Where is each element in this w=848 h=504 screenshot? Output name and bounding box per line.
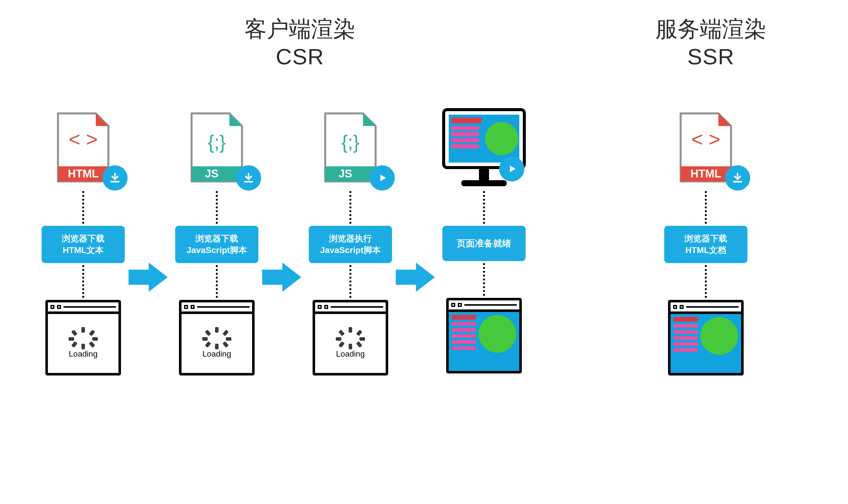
step-box: 浏览器执行 JavaScript脚本 (309, 226, 392, 263)
svg-text:JS: JS (205, 167, 218, 180)
csr-stage-3: {;} JS 浏览器执行 JavaScript脚本 Loading (305, 108, 396, 376)
html-file-icon: < > HTML (671, 108, 741, 189)
step-label-line2: HTML文档 (668, 245, 744, 256)
spinner-icon (335, 328, 366, 348)
step-label-line2: HTML文本 (45, 245, 121, 256)
download-icon (102, 165, 127, 191)
ssr-header-line1: 服务端渲染 (610, 15, 812, 43)
svg-text:< >: < > (691, 128, 721, 150)
spinner-icon (68, 328, 98, 348)
ssr-header-line2: SSR (610, 43, 812, 71)
step-label-line1: 浏览器下载 (179, 233, 255, 245)
browser-loading-icon: Loading (313, 300, 388, 376)
svg-text:HTML: HTML (68, 167, 99, 180)
html-file-icon: < > HTML (48, 108, 119, 189)
browser-loading-icon: Loading (179, 300, 254, 376)
play-icon (370, 165, 395, 191)
connector-dotted (82, 265, 84, 298)
csr-stage-4: 页面准备就绪 (439, 108, 529, 374)
step-box: 浏览器下载 HTML文档 (664, 226, 747, 263)
step-label-line2: JavaScript脚本 (179, 245, 255, 256)
connector-dotted (705, 191, 707, 224)
spinner-icon (202, 328, 232, 348)
connector-dotted (483, 263, 485, 296)
svg-rect-18 (461, 180, 507, 186)
monitor-rendered-icon (449, 108, 519, 189)
svg-text:{;}: {;} (341, 131, 359, 153)
browser-rendered-icon (668, 300, 744, 376)
connector-dotted (349, 265, 351, 298)
arrow-right-icon (128, 259, 169, 295)
connector-dotted (349, 191, 351, 224)
step-label-line1: 页面准备就绪 (446, 237, 522, 250)
browser-loading-icon: Loading (46, 300, 121, 376)
svg-rect-11 (451, 118, 481, 123)
connector-dotted (216, 191, 218, 224)
csr-stage-2: {;} JS 浏览器下载 JavaScript脚本 Loading (172, 108, 262, 376)
svg-text:JS: JS (338, 167, 352, 180)
connector-dotted (216, 265, 218, 298)
download-icon (236, 165, 261, 191)
arrow-right-icon (262, 259, 302, 295)
step-label-line1: 浏览器下载 (668, 233, 744, 245)
js-file-icon: {;} JS (181, 108, 252, 189)
play-icon (499, 156, 524, 181)
connector-dotted (483, 191, 485, 224)
loading-label: Loading (336, 349, 365, 359)
step-label-line1: 浏览器执行 (312, 233, 388, 245)
csr-header-line2: CSR (187, 43, 413, 71)
svg-text:HTML: HTML (690, 167, 721, 180)
step-label-line2: JavaScript脚本 (312, 245, 388, 256)
loading-label: Loading (69, 349, 98, 359)
download-icon (725, 165, 750, 191)
svg-text:< >: < > (69, 128, 98, 150)
svg-rect-15 (451, 144, 479, 148)
connector-dotted (705, 265, 707, 298)
step-label-line1: 浏览器下载 (45, 233, 121, 245)
svg-rect-13 (451, 132, 479, 136)
js-file-icon: {;} JS (315, 108, 386, 189)
arrow-right-icon (396, 259, 436, 295)
csr-header-line1: 客户端渲染 (187, 15, 413, 43)
svg-text:{;}: {;} (208, 131, 226, 153)
ssr-header: 服务端渲染 SSR (610, 15, 812, 71)
svg-rect-14 (451, 138, 479, 142)
svg-point-16 (485, 122, 518, 155)
step-box: 浏览器下载 HTML文本 (41, 226, 125, 263)
step-box: 浏览器下载 JavaScript脚本 (175, 226, 259, 263)
svg-rect-17 (479, 167, 489, 180)
csr-header: 客户端渲染 CSR (187, 15, 413, 71)
connector-dotted (82, 191, 84, 224)
step-box: 页面准备就绪 (442, 226, 526, 261)
csr-stage-1: < > HTML 浏览器下载 HTML文本 Loading (38, 108, 128, 376)
ssr-stage-1: < > HTML 浏览器下载 HTML文档 (660, 108, 751, 376)
svg-rect-12 (451, 126, 479, 130)
browser-rendered-icon (446, 298, 522, 374)
loading-label: Loading (202, 349, 231, 359)
